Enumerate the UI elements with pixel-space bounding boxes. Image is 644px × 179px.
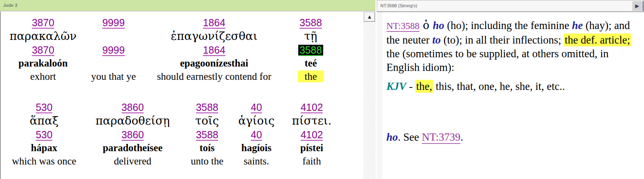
highlighted-gloss-text: the [298,71,324,82]
english-gloss: which was once [12,155,76,168]
greek-word: παραδοθείσῃ [95,114,170,129]
interlinear-pane: Jude 3 3870 παρακαλῶν 3870 parakaloón ex… [0,0,376,179]
word-column: 530 ἅπαξ 530 hápax which was once [5,101,83,168]
strongs-link[interactable]: 3870 [32,45,54,56]
strongs-number-top: 3588 [196,101,219,114]
definition-text: the (sometimes to be supplied, at others… [386,48,609,73]
strongs-number-bottom: 3860 [122,129,144,142]
translit-lemma: ho [386,131,398,143]
strongs-number-top: 3870 [32,17,54,29]
word-column: 3588 τοῖς 3588 toís unto the [182,101,232,168]
word-column: 3588 τῇ 3588 teé the [283,17,339,83]
strongs-number-top: 3860 [122,101,144,114]
app-window: Jude 3 3870 παρακαλῶν 3870 parakaloón ex… [0,0,644,179]
translit-lemma: to [432,34,441,46]
scroll-up-button[interactable]: ▲ [364,12,375,22]
strongs-link[interactable]: 40 [251,129,262,141]
word-column: 1864 ἐπαγωνίζεσθαι 1864 epagoonízesthai … [146,17,283,83]
strongs-link[interactable]: 530 [36,102,53,113]
strongs-link[interactable]: 3588 [299,17,322,29]
strongs-link[interactable]: 9999 [102,17,125,29]
english-gloss: faith [303,155,321,168]
kjv-renderings-text: this, that, one, he, she, it, etc.. [433,80,565,92]
kjv-renderings-paragraph: KJV - the, this, that, one, he, she, it,… [386,79,641,93]
english-gloss: exhort [30,71,56,83]
interlinear-line: 530 ἅπαξ 530 hápax which was once 3860 π… [1,101,363,168]
definition-text: (ho); including the feminine [444,19,572,31]
partial-nav-button[interactable] [642,1,644,11]
transliteration: epagoonízesthai [180,57,248,71]
translit-lemma: ho [433,19,444,31]
greek-word: ἐπαγωνίζεσθαι [171,29,257,44]
strongs-number-top: 530 [36,101,53,114]
interlinear-pane-titlebar[interactable]: Jude 3 [0,0,376,11]
greek-word: τῇ [304,29,317,44]
strongs-number-bottom: 3588 [196,129,219,142]
greek-word: παρακαλῶν [10,29,77,44]
see-also-ref-link[interactable]: NT:3739 [422,131,460,144]
strongs-link[interactable]: 3870 [32,17,54,29]
greek-lemma: ὁ [419,19,433,31]
strongs-link[interactable]: 1864 [203,17,225,29]
strongs-number-bottom: 3588 [298,44,323,57]
english-gloss: saints. [244,155,269,168]
word-column: 4102 πίστει. 4102 pístei faith [281,101,343,168]
strongs-number-top: 4102 [301,101,323,114]
english-gloss: should earnestly contend for [157,71,271,83]
strongs-link-selected[interactable]: 3588 [298,45,323,56]
entry-definition-paragraph: NT:3588 ὁ ho (ho); including the feminin… [386,19,641,74]
highlighted-definition-text: the def. article; [564,33,631,46]
strongs-link[interactable]: 9999 [102,45,125,56]
word-column: 40 ἁγίοις 40 hagíois saints. [232,101,281,168]
dictionary-pane-titlebar[interactable]: NT:3588 (Strong's) ▶ [377,0,644,12]
highlighted-kjv-word: the, [415,80,433,93]
greek-word: ἁγίοις [238,114,275,129]
strongs-link[interactable]: 4102 [301,102,323,113]
strongs-link[interactable]: 3860 [122,129,144,141]
english-gloss-highlighted: the [298,71,324,83]
greek-word: πίστει. [292,114,331,129]
strongs-number-bottom: 40 [251,129,262,142]
strongs-number-top: 1864 [203,17,225,29]
word-column: 3870 παρακαλῶν 3870 parakaloón exhort [5,17,81,83]
english-gloss: delivered [114,155,151,168]
strongs-number-top: 9999 [102,17,125,29]
greek-word: τοῖς [195,114,219,129]
kjv-dash: - [407,80,416,92]
next-entry-button[interactable]: ▶ [632,1,642,11]
strongs-link[interactable]: 3588 [196,129,219,141]
kjv-label: KJV [386,80,407,92]
see-also-period: . [460,131,463,143]
definition-text: (to); in all their inflections; [441,34,564,46]
strongs-link[interactable]: 40 [251,102,262,113]
see-also-text: . See [398,131,422,143]
english-gloss: unto the [191,155,223,168]
greek-word: ἅπαξ [30,114,59,129]
transliteration: pístei [300,142,323,155]
strongs-number-top: 3588 [299,17,322,29]
strongs-number-bottom: 1864 [203,44,225,57]
translit-lemma: he [572,19,583,31]
strongs-number-bottom: 4102 [301,129,323,142]
english-gloss: you that ye [91,71,136,83]
transliteration: parakaloón [19,57,68,71]
strongs-link[interactable]: 3588 [196,102,219,113]
strongs-link[interactable]: 4102 [301,129,323,141]
transliteration: teé [305,57,317,71]
transliteration: hagíois [241,142,271,155]
verse-reference-title: Jude 3 [3,3,17,8]
strongs-dictionary-pane: NT:3588 (Strong's) ▶ NT:3588 ὁ ho (ho); … [377,0,644,179]
see-also-paragraph: ho. See NT:3739. [386,130,641,144]
strongs-number-top: 40 [251,101,262,114]
interlinear-content: 3870 παρακαλῶν 3870 parakaloón exhort 99… [0,11,363,179]
strongs-link[interactable]: 3860 [122,102,144,113]
interlinear-line: 3870 παρακαλῶν 3870 parakaloón exhort 99… [1,17,363,83]
dictionary-entry-body: NT:3588 ὁ ho (ho); including the feminin… [382,12,644,179]
strongs-number-bottom: 530 [36,129,53,142]
strongs-link[interactable]: 530 [36,129,53,141]
word-column: 9999 9999 you that ye [81,17,146,83]
strongs-link[interactable]: 1864 [203,45,225,56]
dictionary-entry-title: NT:3588 (Strong's) [380,3,417,8]
vertical-scrollbar[interactable]: ▲ [363,11,376,179]
strongs-entry-ref-link[interactable]: NT:3588 [386,21,419,32]
